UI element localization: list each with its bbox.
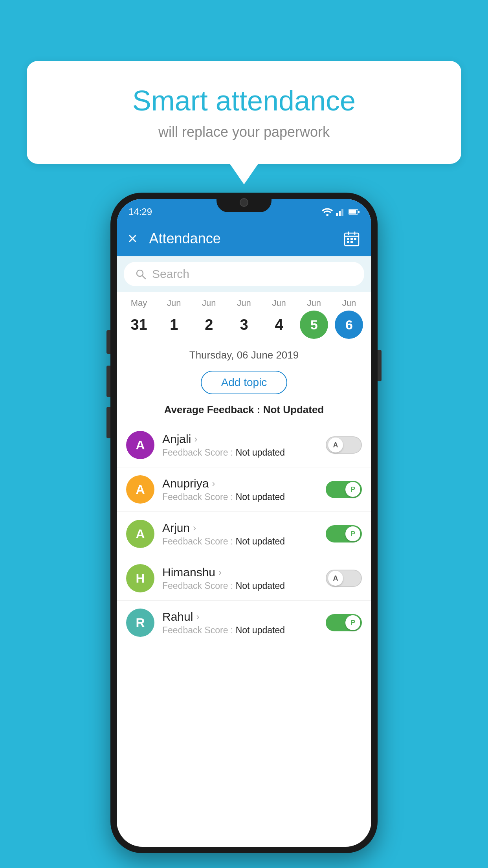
toggle-switch[interactable]: A	[326, 570, 362, 587]
svg-rect-11	[350, 238, 353, 240]
front-camera	[240, 198, 248, 207]
calendar-day-3[interactable]: Jun3	[228, 298, 260, 339]
student-item[interactable]: AAnjali ›Feedback Score : Not updatedA	[117, 423, 371, 467]
calendar-date-number: 5	[300, 311, 328, 339]
chevron-right-icon: ›	[194, 434, 197, 445]
add-topic-container: Add topic	[117, 365, 371, 400]
status-icons	[322, 208, 360, 216]
phone-notch	[216, 193, 272, 212]
student-item[interactable]: HHimanshu ›Feedback Score : Not updatedA	[117, 556, 371, 601]
date-title-section: Thursday, 06 June 2019	[117, 342, 371, 365]
student-feedback-score: Feedback Score : Not updated	[162, 625, 318, 636]
student-name: Anupriya ›	[162, 477, 318, 490]
student-name: Rahul ›	[162, 610, 318, 623]
student-feedback-score: Feedback Score : Not updated	[162, 536, 318, 547]
app-bar-title: Attendance	[145, 230, 335, 247]
svg-rect-12	[354, 238, 356, 240]
student-name: Himanshu ›	[162, 566, 318, 579]
student-info: Himanshu ›Feedback Score : Not updated	[162, 566, 318, 591]
toggle-switch[interactable]: P	[326, 481, 362, 498]
wifi-icon	[322, 208, 333, 216]
calendar-day-2[interactable]: Jun2	[193, 298, 225, 339]
student-feedback-score: Feedback Score : Not updated	[162, 447, 318, 458]
attendance-toggle[interactable]: A	[326, 570, 362, 587]
battery-icon	[349, 209, 360, 215]
phone-mockup: 14:29	[110, 193, 378, 853]
svg-rect-14	[350, 241, 353, 243]
student-item[interactable]: AArjun ›Feedback Score : Not updatedP	[117, 512, 371, 556]
phone-outer: 14:29	[110, 193, 378, 853]
calendar-month-label: Jun	[202, 298, 216, 308]
avg-feedback: Average Feedback : Not Updated	[117, 400, 371, 423]
svg-rect-10	[347, 238, 349, 240]
selected-date-title: Thursday, 06 June 2019	[117, 349, 371, 361]
add-topic-button[interactable]: Add topic	[201, 371, 288, 394]
speech-bubble-subtitle: will replace your paperwork	[42, 124, 446, 140]
student-feedback-score: Feedback Score : Not updated	[162, 581, 318, 591]
toggle-switch[interactable]: A	[326, 436, 362, 454]
attendance-toggle[interactable]: A	[326, 436, 362, 454]
volume-down-button	[106, 366, 110, 397]
app-bar: × Attendance	[117, 221, 371, 256]
student-avatar: H	[126, 564, 154, 592]
student-info: Rahul ›Feedback Score : Not updated	[162, 610, 318, 636]
calendar-day-6[interactable]: Jun6	[333, 298, 365, 339]
calendar-date-number: 1	[160, 311, 188, 339]
svg-rect-1	[339, 211, 341, 216]
search-icon	[135, 268, 147, 280]
student-name: Anjali ›	[162, 432, 318, 446]
calendar-month-label: Jun	[342, 298, 356, 308]
student-list: AAnjali ›Feedback Score : Not updatedAAA…	[117, 423, 371, 645]
toggle-knob: A	[328, 571, 343, 586]
student-avatar: A	[126, 431, 154, 459]
svg-rect-4	[349, 210, 356, 214]
calendar-date-number: 2	[195, 311, 223, 339]
student-name: Arjun ›	[162, 521, 318, 535]
calendar-day-1[interactable]: Jun1	[158, 298, 190, 339]
status-time: 14:29	[128, 206, 152, 217]
calendar-day-31[interactable]: May31	[123, 298, 155, 339]
attendance-toggle[interactable]: P	[326, 525, 362, 542]
speech-bubble: Smart attendance will replace your paper…	[27, 61, 461, 164]
calendar-date-number: 6	[335, 311, 363, 339]
chevron-right-icon: ›	[212, 478, 215, 489]
chevron-right-icon: ›	[193, 522, 196, 533]
search-placeholder: Search	[152, 267, 189, 281]
avg-feedback-value: Not Updated	[263, 404, 324, 416]
volume-up-button	[106, 330, 110, 354]
calendar-day-5[interactable]: Jun5	[298, 298, 330, 339]
student-avatar: A	[126, 520, 154, 548]
student-info: Anupriya ›Feedback Score : Not updated	[162, 477, 318, 502]
calendar-date-number: 4	[265, 311, 293, 339]
student-info: Arjun ›Feedback Score : Not updated	[162, 521, 318, 547]
calendar-month-label: Jun	[237, 298, 251, 308]
chevron-right-icon: ›	[218, 567, 222, 578]
calendar-icon[interactable]	[343, 230, 360, 247]
search-container: Search	[117, 256, 371, 292]
student-avatar: R	[126, 609, 154, 637]
chevron-right-icon: ›	[196, 611, 199, 622]
attendance-toggle[interactable]: P	[326, 481, 362, 498]
calendar-date-number: 3	[230, 311, 258, 339]
calendar-date-number: 31	[125, 311, 153, 339]
avg-feedback-label: Average Feedback :	[164, 404, 263, 416]
calendar-month-label: Jun	[167, 298, 181, 308]
speech-bubble-container: Smart attendance will replace your paper…	[27, 61, 461, 164]
toggle-knob: P	[345, 526, 360, 541]
student-info: Anjali ›Feedback Score : Not updated	[162, 432, 318, 458]
calendar-month-label: May	[131, 298, 147, 308]
student-item[interactable]: AAnupriya ›Feedback Score : Not updatedP	[117, 467, 371, 512]
signal-icon	[336, 208, 345, 216]
phone-screen: 14:29	[117, 199, 371, 847]
attendance-toggle[interactable]: P	[326, 614, 362, 631]
calendar-day-4[interactable]: Jun4	[263, 298, 295, 339]
svg-rect-2	[341, 209, 343, 216]
svg-line-16	[142, 276, 145, 279]
search-box[interactable]: Search	[124, 262, 364, 286]
toggle-switch[interactable]: P	[326, 525, 362, 542]
student-item[interactable]: RRahul ›Feedback Score : Not updatedP	[117, 601, 371, 645]
close-button[interactable]: ×	[128, 229, 138, 248]
toggle-switch[interactable]: P	[326, 614, 362, 631]
calendar-month-label: Jun	[307, 298, 321, 308]
svg-rect-13	[347, 241, 349, 243]
